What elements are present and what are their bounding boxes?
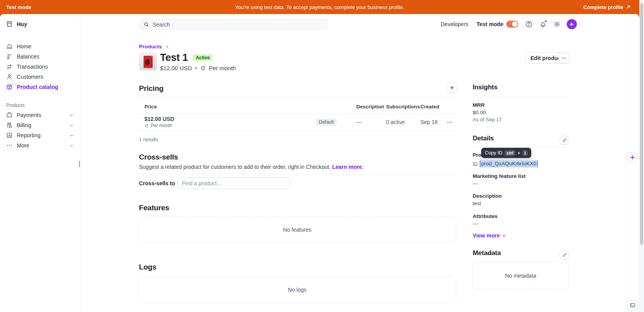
developer-console-button[interactable] bbox=[627, 300, 638, 310]
breadcrumb-products-link[interactable]: Products bbox=[139, 44, 162, 50]
column-subscriptions: Subscriptions bbox=[386, 104, 420, 110]
sidebar-item-customers[interactable]: Customers bbox=[0, 72, 80, 82]
product-image bbox=[144, 56, 153, 68]
home-icon bbox=[6, 43, 12, 50]
sidebar-item-billing[interactable]: Billing bbox=[0, 120, 80, 130]
description-label: Description bbox=[473, 193, 502, 199]
create-button[interactable] bbox=[567, 19, 577, 29]
sidebar-item-label: Reporting bbox=[17, 132, 41, 138]
developers-link[interactable]: Developers bbox=[441, 21, 468, 27]
ellipsis-icon bbox=[561, 55, 567, 61]
kbd-ctrl: ctrl bbox=[505, 150, 515, 156]
pricing-heading: Pricing bbox=[139, 84, 164, 93]
sidebar-item-more[interactable]: More bbox=[0, 140, 80, 151]
payments-icon bbox=[6, 112, 12, 118]
created-cell: Sep 18 bbox=[420, 119, 438, 125]
products-nav: Products Payments Billing Reporting bbox=[0, 101, 80, 151]
find-product-input[interactable] bbox=[177, 177, 290, 189]
sidebar-item-label: Billing bbox=[17, 122, 31, 128]
divider bbox=[473, 147, 569, 147]
attributes-label: Attributes bbox=[473, 213, 498, 219]
default-badge: Default bbox=[316, 119, 336, 126]
edit-details-button[interactable] bbox=[560, 136, 569, 145]
recurring-icon bbox=[144, 124, 149, 128]
cross-sells-heading: Cross-sells bbox=[139, 153, 178, 161]
metadata-empty-state: No metadata bbox=[473, 262, 569, 289]
sidebar-scrollbar-thumb[interactable] bbox=[79, 161, 80, 167]
nav-section-label: Products bbox=[0, 101, 80, 110]
insights-heading: Insights bbox=[473, 83, 498, 91]
test-mode-toggle[interactable] bbox=[506, 21, 518, 28]
app-canvas: Huy Home Balances Transactions Custome bbox=[0, 14, 639, 312]
sidebar-item-label: Home bbox=[17, 43, 31, 50]
edit-metadata-button[interactable] bbox=[560, 250, 569, 259]
sidebar-item-product-catalog[interactable]: Product catalog bbox=[0, 82, 80, 92]
description-cell: — bbox=[356, 119, 386, 125]
subscriptions-cell: 0 active bbox=[386, 119, 420, 125]
notifications-button[interactable] bbox=[539, 21, 546, 28]
transactions-icon bbox=[6, 64, 12, 70]
sidebar-item-reporting[interactable]: Reporting bbox=[0, 130, 80, 140]
sidebar-item-label: Payments bbox=[17, 112, 41, 118]
notification-dot bbox=[544, 20, 547, 23]
column-created: Created bbox=[420, 104, 456, 110]
details-heading: Details bbox=[473, 135, 494, 142]
sidebar-item-label: Transactions bbox=[17, 64, 48, 70]
product-title-row: Test 1 Active bbox=[160, 51, 212, 64]
chevron-down-icon bbox=[69, 144, 74, 148]
complete-profile-button[interactable]: Complete profile bbox=[583, 0, 631, 14]
view-more-label: View more bbox=[473, 232, 500, 239]
settings-button[interactable] bbox=[553, 21, 560, 28]
search-bar[interactable] bbox=[139, 19, 328, 30]
marketing-feature-list-value: — bbox=[473, 181, 478, 186]
balances-icon bbox=[6, 53, 12, 60]
metadata-heading: Metadata bbox=[473, 249, 501, 257]
learn-more-link[interactable]: Learn more. bbox=[332, 164, 363, 170]
storefront-icon bbox=[6, 21, 12, 27]
product-interval: Per month bbox=[209, 65, 236, 71]
sidebar-item-home[interactable]: Home bbox=[0, 41, 80, 51]
sidebar-item-label: Customers bbox=[17, 74, 43, 80]
sidebar-item-label: Product catalog bbox=[17, 84, 58, 90]
breadcrumb: Products bbox=[139, 44, 169, 50]
sidebar-item-transactions[interactable]: Transactions bbox=[0, 62, 80, 72]
header-actions: Developers Test mode bbox=[441, 18, 577, 30]
product-overflow-button[interactable] bbox=[559, 52, 569, 64]
external-arrow-icon bbox=[626, 5, 631, 9]
sidebar-item-payments[interactable]: Payments bbox=[0, 110, 80, 120]
scrollbar-thumb[interactable] bbox=[640, 3, 643, 245]
toggle-knob bbox=[512, 21, 518, 27]
divider bbox=[473, 96, 569, 96]
results-count: 1 results bbox=[139, 136, 158, 142]
banner-message: You're using test data. To accept paymen… bbox=[0, 0, 639, 14]
chevron-down-icon bbox=[502, 234, 506, 238]
product-id-icon bbox=[473, 161, 478, 167]
kbd-plus: + bbox=[518, 151, 520, 155]
reporting-icon bbox=[6, 132, 12, 138]
view-more-link[interactable]: View more bbox=[473, 232, 506, 239]
features-empty-text: No features bbox=[283, 227, 311, 233]
sidebar-item-balances[interactable]: Balances bbox=[0, 51, 80, 62]
row-overflow-button[interactable] bbox=[447, 119, 452, 125]
window-scrollbar[interactable] bbox=[639, 0, 644, 312]
floating-create-button[interactable] bbox=[627, 152, 637, 162]
chevron-down-icon bbox=[69, 133, 74, 138]
copy-id-tooltip: Copy ID ctrl + i bbox=[481, 148, 531, 158]
pencil-icon bbox=[562, 138, 567, 143]
sidebar: Huy Home Balances Transactions Custome bbox=[0, 14, 80, 312]
search-input[interactable] bbox=[153, 21, 323, 28]
price-row[interactable]: $12.00 USD Per month Default — 0 active … bbox=[138, 114, 456, 131]
add-price-button[interactable] bbox=[447, 83, 457, 93]
sidebar-item-label: More bbox=[17, 142, 29, 149]
help-button[interactable] bbox=[525, 21, 532, 28]
separator-dot: • bbox=[195, 65, 197, 71]
column-price: Price bbox=[138, 104, 356, 110]
product-id-value[interactable]: prod_QsAQuKrbrIoKX0 bbox=[480, 160, 538, 167]
column-description: Description bbox=[356, 104, 386, 110]
mrr-label: MRR bbox=[473, 102, 485, 108]
chevron-down-icon bbox=[69, 113, 74, 117]
recurring-icon bbox=[200, 66, 206, 71]
pricing-table-header: Price Description Subscriptions Created bbox=[138, 98, 456, 114]
price-cell: $12.00 USD Per month bbox=[144, 116, 174, 128]
account-switcher[interactable]: Huy bbox=[6, 21, 27, 27]
